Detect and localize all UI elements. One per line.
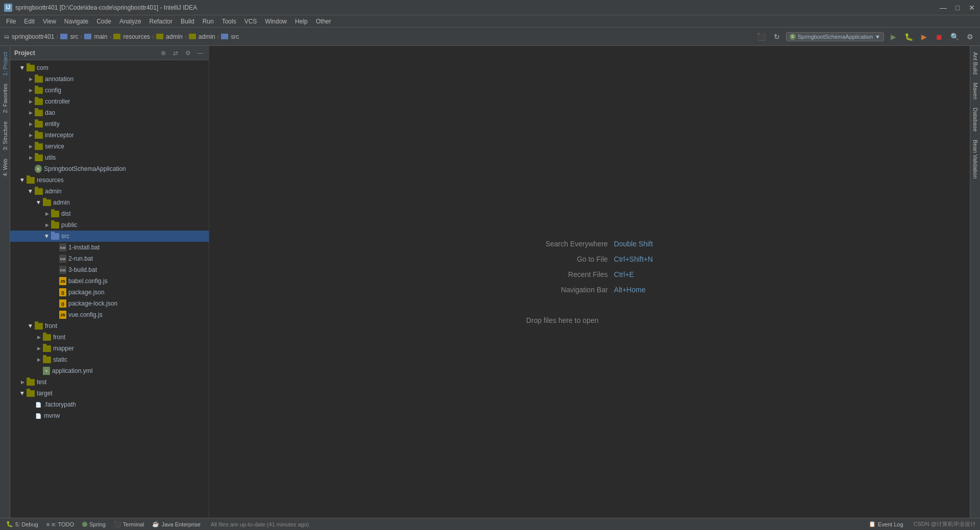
tree-item-annotation[interactable]: ▶ annotation	[10, 73, 209, 85]
js-icon-babel: JS	[59, 277, 66, 285]
right-tab-database[interactable]: Database	[971, 104, 979, 136]
tree-item-package-lock[interactable]: {} package-lock.json	[10, 298, 209, 309]
menu-analyze[interactable]: Analyze	[115, 17, 145, 26]
tree-item-vue-config[interactable]: JS vue.config.js	[10, 309, 209, 320]
folder-icon-controller	[35, 98, 43, 105]
tree-label-mapper: mapper	[53, 345, 74, 352]
tree-item-utils[interactable]: ▶ utils	[10, 152, 209, 163]
status-todo[interactable]: ≡ ≡: TODO	[44, 521, 76, 527]
tree-item-config[interactable]: ▶ config	[10, 85, 209, 96]
tree-item-factorypath[interactable]: 📄 .factorypath	[10, 399, 209, 410]
tree-item-mapper[interactable]: ▶ mapper	[10, 343, 209, 354]
tree-item-package-json[interactable]: {} package.json	[10, 287, 209, 298]
settings-button[interactable]: ⚙	[964, 31, 976, 43]
tree-arrow-admin1: ▶	[27, 187, 35, 195]
tree-item-static[interactable]: ▶ static	[10, 354, 209, 365]
tree-item-public[interactable]: ▶ public	[10, 219, 209, 231]
tree-arrow-target: ▶	[18, 389, 27, 397]
goto-file-row: Go to File Ctrl+Shift+N	[526, 255, 653, 263]
tree-item-interceptor[interactable]: ▶ interceptor	[10, 130, 209, 141]
tree-item-dist[interactable]: ▶ dist	[10, 208, 209, 219]
breadcrumb-resources[interactable]: resources	[113, 33, 150, 40]
spring-status-icon	[82, 522, 87, 527]
tree-item-front-sub[interactable]: ▶ front	[10, 332, 209, 343]
tree-item-main-class[interactable]: S SpringbootSchemaApplication	[10, 163, 209, 174]
panel-scroll-button[interactable]: ⇄	[171, 48, 180, 58]
menu-window[interactable]: Window	[261, 17, 291, 26]
panel-minimize-button[interactable]: —	[195, 48, 205, 58]
menu-help[interactable]: Help	[291, 17, 312, 26]
sync-button[interactable]: ↻	[771, 31, 783, 43]
run-config-selector[interactable]: S SpringbootSchemaApplication ▼	[786, 32, 884, 41]
menu-file[interactable]: File	[2, 17, 20, 26]
tree-item-src[interactable]: ▶ src	[10, 231, 209, 242]
yml-icon: Y	[43, 367, 50, 375]
tree-item-target[interactable]: ▶ target	[10, 388, 209, 399]
status-event-log[interactable]: 📋 Event Log	[867, 521, 905, 527]
tree-item-admin1[interactable]: ▶ admin	[10, 186, 209, 197]
tree-item-run-bat[interactable]: bat 2-run.bat	[10, 253, 209, 264]
coverage-button[interactable]: ▶	[918, 31, 930, 43]
panel-settings-button[interactable]: ⚙	[183, 48, 192, 58]
breadcrumb-main[interactable]: main	[84, 33, 107, 40]
search-everywhere-button[interactable]: 🔍	[948, 31, 961, 43]
tree-label-app-yml: application.yml	[52, 367, 92, 374]
menu-build[interactable]: Build	[177, 17, 199, 26]
right-tab-bean-validation[interactable]: Bean Validation	[971, 136, 979, 183]
maximize-button[interactable]: □	[953, 4, 962, 12]
welcome-content: Search Everywhere Double Shift Go to Fil…	[526, 240, 653, 324]
sidebar-tab-structure[interactable]: 3: Structure	[1, 117, 9, 155]
tree-label-mvnw: mvnw	[44, 412, 60, 419]
stop-button[interactable]: ◼	[933, 31, 945, 43]
panel-add-button[interactable]: ⊕	[159, 48, 168, 58]
sidebar-tab-project[interactable]: 1: Project	[1, 48, 9, 80]
menu-refactor[interactable]: Refactor	[145, 17, 177, 26]
menu-edit[interactable]: Edit	[20, 17, 39, 26]
debug-button[interactable]: 🐛	[902, 31, 915, 43]
tree-arrow-placeholder3	[51, 266, 59, 274]
tree-item-com[interactable]: ▶ com	[10, 62, 209, 73]
folder-icon-service	[35, 143, 43, 150]
breadcrumb-project[interactable]: 🗂 springboottr401	[4, 33, 54, 40]
tree-label-src: src	[61, 233, 69, 240]
tree-item-build-bat[interactable]: bat 3-build.bat	[10, 264, 209, 275]
close-button[interactable]: ✕	[968, 4, 976, 12]
menu-run[interactable]: Run	[199, 17, 218, 26]
tree-item-entity[interactable]: ▶ entity	[10, 118, 209, 130]
menu-vcs[interactable]: VCS	[240, 17, 261, 26]
tree-item-app-yml[interactable]: Y application.yml	[10, 365, 209, 376]
menu-navigate[interactable]: Navigate	[60, 17, 92, 26]
right-tab-ant-build[interactable]: Ant Build	[971, 48, 979, 79]
status-spring[interactable]: Spring	[80, 521, 108, 527]
tree-item-babel-config[interactable]: JS babel.config.js	[10, 275, 209, 287]
tree-label-admin2: admin	[53, 199, 70, 206]
run-button[interactable]: ▶	[887, 31, 899, 43]
tree-item-admin2[interactable]: ▶ admin	[10, 197, 209, 208]
folder-icon-utils	[35, 155, 43, 161]
menu-view[interactable]: View	[39, 17, 60, 26]
tree-item-install-bat[interactable]: bat 1-install.bat	[10, 242, 209, 253]
right-tab-maven[interactable]: Maven	[971, 79, 979, 104]
breadcrumb-admin1[interactable]: admin	[156, 33, 183, 40]
tree-item-mvnw[interactable]: 📄 mvnw	[10, 410, 209, 421]
menu-tools[interactable]: Tools	[218, 17, 240, 26]
status-java-enterprise[interactable]: ☕ Java Enterprise	[150, 521, 202, 527]
java-enterprise-label: Java Enterprise	[161, 521, 200, 527]
breadcrumb-src2[interactable]: src	[221, 33, 239, 40]
sidebar-tab-favorites[interactable]: 2: Favorites	[1, 80, 9, 117]
menu-other[interactable]: Other	[312, 17, 335, 26]
tree-item-controller[interactable]: ▶ controller	[10, 96, 209, 107]
tree-item-dao[interactable]: ▶ dao	[10, 107, 209, 118]
tree-item-resources[interactable]: ▶ resources	[10, 174, 209, 186]
status-debug[interactable]: 🐛 5: Debug	[4, 521, 40, 527]
menu-code[interactable]: Code	[92, 17, 115, 26]
tree-item-front[interactable]: ▶ front	[10, 320, 209, 332]
tree-item-test[interactable]: ▶ test	[10, 376, 209, 388]
breadcrumb-src[interactable]: src	[60, 33, 78, 40]
breadcrumb-admin2[interactable]: admin	[189, 33, 215, 40]
tree-item-service[interactable]: ▶ service	[10, 141, 209, 152]
sidebar-tab-web[interactable]: 4: Web	[1, 155, 9, 181]
project-structure-button[interactable]: ⬛	[755, 31, 768, 43]
status-terminal[interactable]: ⬛ Terminal	[112, 521, 146, 527]
minimize-button[interactable]: —	[939, 4, 947, 12]
